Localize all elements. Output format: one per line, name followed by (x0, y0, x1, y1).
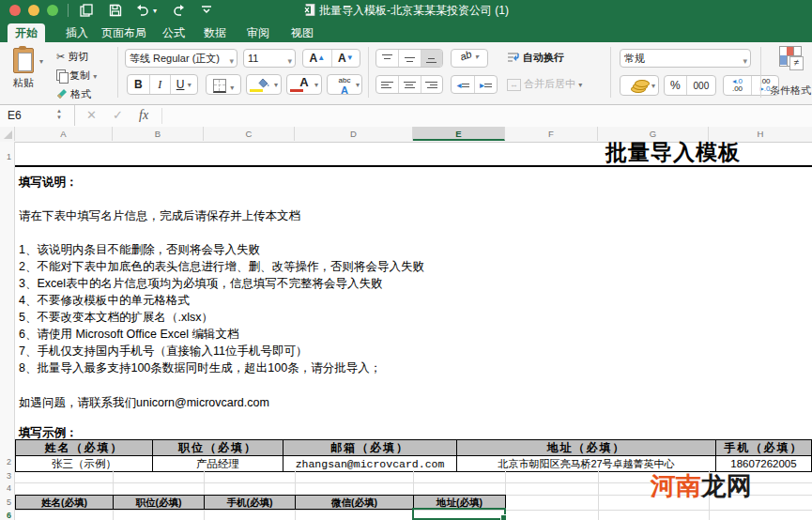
column-header-b[interactable]: B (113, 127, 204, 141)
column-header-e[interactable]: E (413, 127, 505, 141)
font-size-combo[interactable]: 11▾ (243, 49, 296, 68)
increase-font-size-button[interactable]: A▲ (303, 50, 332, 67)
excel-file-icon (303, 4, 315, 16)
conditional-formatting-icon: ≠ (779, 46, 802, 67)
horizontal-align-group (375, 75, 443, 94)
window-title: 批量导入模板-北京某某某投资公司 (1) (0, 0, 812, 21)
borders-icon (213, 79, 226, 93)
column-header-f[interactable]: F (505, 127, 598, 141)
row-header-2[interactable]: 2 (0, 457, 11, 466)
align-bottom-button[interactable] (421, 50, 442, 67)
insert-function-icon[interactable]: fx (139, 105, 148, 126)
row-header-3[interactable]: 3 (0, 471, 11, 481)
input-header-name[interactable]: 姓名(必填) (15, 495, 114, 510)
copy-button[interactable]: 复制 ▾ (56, 69, 97, 83)
font-color-button[interactable]: A ▾ (286, 74, 322, 95)
chevron-down-icon: ▾ (229, 53, 234, 69)
tab-review[interactable]: 审阅 (239, 23, 277, 42)
italic-button[interactable]: I (150, 75, 171, 94)
paint-bucket-icon (258, 78, 270, 88)
row-header-5[interactable]: 5 (0, 497, 11, 507)
bold-button[interactable]: B (128, 75, 150, 94)
name-box-spinner[interactable]: ▲▼ (56, 108, 62, 121)
tab-formulas[interactable]: 公式 (155, 23, 192, 42)
vertical-align-group (375, 49, 443, 68)
decrease-font-size-button[interactable]: A▼ (332, 50, 360, 67)
chevron-down-icon: ▾ (651, 82, 655, 90)
phonetic-guide-button[interactable]: abc A ▾ (327, 74, 362, 95)
comma-style-button[interactable]: 000 (687, 76, 715, 95)
paste-dropdown-caret-icon[interactable]: ▾ (39, 57, 43, 66)
percent-thousand-group: % 000 (664, 75, 716, 96)
font-name-combo[interactable]: 等线 Regular (正文)▾ (125, 49, 237, 68)
decrease-indent-button[interactable]: ◂ (452, 76, 475, 93)
currency-format-button[interactable]: ▾ (620, 75, 659, 96)
input-header-phone[interactable]: 手机(必填) (204, 495, 296, 510)
increase-decimal-button[interactable]: ◂.0.00 (724, 76, 752, 95)
align-middle-button[interactable] (399, 50, 421, 67)
row-header-6[interactable]: 6 (0, 511, 11, 520)
cell-name[interactable]: 张三（示例） (16, 456, 153, 471)
fill-color-button[interactable]: ▾ (246, 74, 282, 95)
instruction-item: 3、Excel表中的名片信息项均为必填项，信息填写不完整将会导入失败 (19, 276, 383, 292)
select-all-corner[interactable] (0, 127, 15, 141)
paste-button[interactable]: 粘贴 (13, 48, 34, 90)
align-left-button[interactable] (376, 76, 399, 93)
instruction-item: 5、不要改变本文档的扩展名（.xlsx） (19, 310, 213, 326)
column-header-c[interactable]: C (204, 127, 295, 141)
header-cell-name[interactable]: 姓名（必填） (16, 440, 153, 455)
copy-dropdown-caret-icon: ▾ (93, 72, 97, 81)
chevron-down-icon: ▾ (274, 81, 278, 89)
tab-insert[interactable]: 插入 (58, 23, 96, 42)
chevron-down-icon: ▾ (578, 81, 582, 89)
divider (161, 108, 162, 124)
header-cell-title[interactable]: 职位（必填） (153, 440, 283, 455)
cancel-entry-icon[interactable]: ✕ (86, 105, 97, 126)
increase-indent-button[interactable]: ▸ (475, 76, 497, 93)
header-cell-phone[interactable]: 手机（必填） (716, 440, 811, 455)
name-box[interactable]: E6 (0, 105, 75, 126)
conditional-formatting-button[interactable]: ≠ ▾ 条件格式 (770, 46, 811, 98)
indent-bars-icon (462, 81, 469, 89)
percent-style-button[interactable]: % (665, 76, 687, 95)
borders-button[interactable]: ▾ (206, 74, 241, 95)
input-header-title[interactable]: 职位(必填) (113, 495, 205, 510)
chevron-down-icon: ▾ (287, 53, 292, 69)
fill-color-swatch (250, 89, 263, 92)
text-orientation-button[interactable]: ab ▾ (451, 49, 488, 68)
title-bar: ▾ 批量导入模板-北京某某某投资公司 (1) (0, 0, 812, 21)
column-header-d[interactable]: D (295, 127, 413, 141)
indent-group: ◂ ▸ (451, 75, 498, 94)
group-divider (368, 47, 369, 98)
row-header-1[interactable]: 1 (0, 152, 11, 161)
header-cell-address[interactable]: 地址（必填） (457, 440, 716, 455)
merge-center-button[interactable]: ↔ 合并后居中 ▾ (507, 77, 582, 91)
underline-button[interactable]: U ▾ (171, 75, 197, 94)
column-header-a[interactable]: A (15, 127, 113, 141)
align-top-button[interactable] (376, 50, 399, 67)
cell-email[interactable]: zhangsan@microvcard.com (283, 456, 457, 471)
selected-cell-e6[interactable] (412, 508, 506, 520)
row-header-4[interactable]: 4 (0, 483, 11, 493)
font-color-swatch (290, 89, 303, 92)
format-painter-button[interactable]: 格式 (56, 87, 91, 101)
tab-data[interactable]: 数据 (196, 23, 234, 42)
excel-window: ▾ 批量导入模板-北京某某某投资公司 (1) 开始 插入 页面布局 公式 数据 … (0, 0, 812, 520)
align-center-icon (404, 81, 416, 89)
group-divider (117, 47, 118, 98)
chevron-down-icon: ▾ (314, 81, 318, 89)
orientation-icon: ab (459, 48, 474, 62)
tab-page-layout[interactable]: 页面布局 (94, 23, 154, 42)
align-bottom-icon (425, 54, 437, 63)
number-format-combo[interactable]: 常规▾ (620, 49, 751, 68)
confirm-entry-icon[interactable]: ✓ (113, 105, 123, 126)
header-cell-email[interactable]: 邮箱（必填） (283, 440, 457, 455)
cut-button[interactable]: ✂ 剪切 (56, 50, 88, 64)
align-right-button[interactable] (421, 76, 442, 93)
align-center-button[interactable] (399, 76, 421, 93)
input-header-wechat[interactable]: 微信(必填) (295, 495, 414, 510)
wrap-text-button[interactable]: 自动换行 (507, 51, 564, 65)
cell-title[interactable]: 产品经理 (153, 456, 283, 471)
tab-home[interactable]: 开始 (8, 23, 45, 42)
tab-view[interactable]: 视图 (283, 23, 321, 42)
